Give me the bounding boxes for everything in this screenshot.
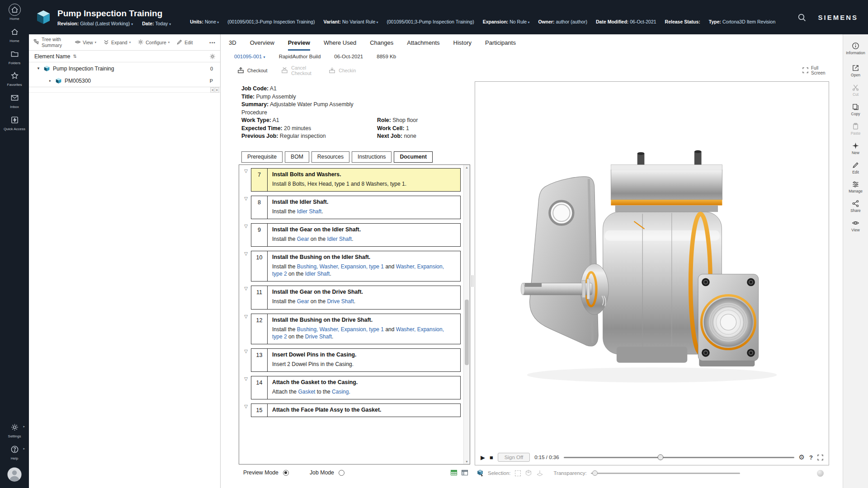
part-link[interactable]: Gear — [297, 298, 309, 305]
rail-item-share[interactable]: Share — [843, 197, 868, 216]
doc-tab-document[interactable]: Document — [394, 151, 433, 163]
scroll-right-icon[interactable]: ▸ — [215, 87, 219, 93]
step-marker-icon[interactable]: ▽ — [241, 404, 251, 417]
part-link[interactable]: Drive Shaft — [327, 298, 354, 305]
step-marker-icon[interactable]: ▽ — [241, 168, 251, 192]
play-button[interactable]: ▶ — [481, 454, 485, 461]
tree-toolbar-overflow[interactable]: ••• — [209, 40, 216, 45]
part-link[interactable]: Idler Shaft — [297, 208, 322, 215]
tree-row-root[interactable]: ▼ Pump Inspection Training 0 — [29, 62, 220, 75]
checkout-button[interactable]: Checkout — [237, 66, 267, 75]
stop-button[interactable]: ■ — [490, 454, 493, 461]
part-link[interactable]: Idler Shaft — [305, 271, 330, 277]
dataset-link[interactable]: 001095-001 ▾ — [234, 54, 265, 59]
steps-scrollbar[interactable]: ▲ ▼ — [463, 165, 470, 465]
scrollbar-thumb[interactable] — [465, 300, 469, 366]
step-box[interactable]: 8Install the Idler Shaft.Install the Idl… — [251, 196, 461, 219]
pump-3d-model[interactable] — [496, 134, 807, 398]
rail-item-copy[interactable]: Copy — [843, 100, 868, 119]
tree-toolbar-expand[interactable]: Expand▾ — [103, 39, 131, 46]
step-marker-icon[interactable]: ▽ — [241, 376, 251, 399]
tab-preview[interactable]: Preview — [288, 39, 310, 51]
sidebar-item-folders[interactable]: Folders — [0, 46, 29, 68]
part-link[interactable]: Gear — [297, 236, 309, 242]
report-window-icon[interactable] — [461, 469, 468, 476]
rail-item-view[interactable]: View — [843, 216, 868, 235]
step-box[interactable]: 12Install the Bushing on the Drive Shaft… — [251, 314, 461, 344]
rail-item-manage[interactable]: Manage — [843, 177, 868, 197]
tab-history[interactable]: History — [453, 39, 472, 51]
search-icon[interactable] — [797, 13, 806, 22]
column-settings-gear-icon[interactable] — [209, 53, 216, 60]
part-link[interactable]: Casing — [332, 389, 349, 395]
job-mode-radio[interactable] — [339, 470, 344, 476]
sidebar-item-inbox[interactable]: Inbox — [0, 90, 29, 112]
step-marker-icon[interactable]: ▽ — [241, 286, 251, 309]
doc-tab-instructions[interactable]: Instructions — [352, 151, 392, 163]
step-marker-icon[interactable]: ▽ — [241, 223, 251, 247]
viewer-fullscreen-icon[interactable] — [817, 455, 823, 460]
transparency-thumb[interactable] — [592, 470, 598, 476]
sidebar-item-help[interactable]: ▸ Help — [0, 441, 29, 464]
user-avatar[interactable] — [7, 467, 22, 482]
tree-row-child[interactable]: ▸ PM005300 P — [29, 75, 220, 87]
tab-where-used[interactable]: Where Used — [324, 39, 356, 51]
step-marker-icon[interactable]: ▽ — [241, 314, 251, 344]
tree-toolbar-configure[interactable]: Configure▾ — [137, 39, 170, 46]
tab-overview[interactable]: Overview — [250, 39, 274, 51]
player-progress-thumb[interactable] — [657, 455, 663, 460]
rail-item-open[interactable]: Open — [843, 61, 868, 80]
expander-right-icon[interactable]: ▸ — [47, 79, 53, 83]
sidebar-item-settings[interactable]: ▸ Settings — [0, 419, 29, 441]
sidebar-item-favorites[interactable]: Favorites — [0, 68, 29, 90]
step-marker-icon[interactable]: ▽ — [241, 196, 251, 219]
preview-mode-radio[interactable] — [283, 470, 289, 476]
step-box[interactable]: 10Install the Bushing on the Idler Shaft… — [251, 251, 461, 282]
part-link[interactable]: Bushing, Washer, Expansion, type 1 — [297, 263, 384, 270]
scroll-down-icon[interactable]: ▼ — [464, 460, 470, 463]
tab-changes[interactable]: Changes — [370, 39, 393, 51]
step-box[interactable]: 9Install the Gear on the Idler Shaft.Ins… — [251, 223, 461, 247]
tree-toolbar-pencil[interactable]: Edit — [176, 39, 193, 46]
tab-3d[interactable]: 3D — [229, 39, 236, 51]
splitter-grip[interactable] — [472, 275, 473, 287]
step-marker-icon[interactable]: ▽ — [241, 251, 251, 282]
header-field-0[interactable]: Units: None ▾ — [190, 19, 219, 24]
sidebar-item-home-top[interactable]: Home — [0, 0, 29, 24]
scroll-left-icon[interactable]: ◂ — [210, 87, 215, 93]
panel-splitter[interactable] — [470, 81, 475, 481]
part-link[interactable]: Bushing, Washer, Expansion, type 1 — [297, 326, 384, 333]
part-link[interactable]: Drive Shaft — [305, 333, 332, 340]
viewer-help-icon[interactable]: ? — [809, 454, 813, 461]
expander-down-icon[interactable]: ▼ — [35, 66, 42, 70]
date-selector[interactable]: Date: Today ▾ — [142, 21, 171, 26]
viewer-settings-gear-icon[interactable]: ⚙ — [799, 453, 805, 461]
sidebar-item-home[interactable]: Home — [0, 24, 29, 46]
header-field-4[interactable]: Expansion: No Rule ▾ — [483, 19, 530, 24]
tree-toolbar-tree[interactable]: Tree with Summary — [33, 37, 68, 47]
transparency-slider[interactable] — [591, 473, 740, 474]
rail-item-information[interactable]: Information — [843, 39, 868, 58]
select-part-icon[interactable] — [476, 469, 484, 477]
revision-selector[interactable]: Revision: Global (Latest Working) ▾ — [57, 21, 133, 26]
sort-icon[interactable]: ⇅ — [73, 54, 76, 59]
step-box[interactable]: 7Install Bolts and Washers.Install 8 Bol… — [251, 168, 461, 192]
scroll-up-icon[interactable]: ▲ — [464, 166, 470, 169]
step-box[interactable]: 11Install the Gear on the Drive Shaft.In… — [251, 286, 461, 309]
doc-tab-bom[interactable]: BOM — [285, 151, 309, 163]
rail-item-edit[interactable]: Edit — [843, 158, 868, 178]
sidebar-item-quick-access[interactable]: Quick Access — [0, 112, 29, 134]
3d-canvas[interactable] — [475, 82, 829, 450]
element-name-header[interactable]: Element Name ⇅ — [29, 51, 220, 62]
step-box[interactable]: 13Insert Dowel Pins in the Casing.Insert… — [251, 348, 461, 372]
step-box[interactable]: 15Attach the Face Plate Assy to the Gask… — [251, 404, 461, 417]
header-field-2[interactable]: Variant: No Variant Rule ▾ — [323, 19, 378, 24]
tree-horizontal-scrollbar[interactable]: ◂▸ — [29, 87, 220, 93]
part-link[interactable]: Idler Shaft — [327, 236, 352, 242]
export-table-icon[interactable] — [450, 469, 458, 476]
doc-tab-resources[interactable]: Resources — [311, 151, 349, 163]
tab-attachments[interactable]: Attachments — [407, 39, 439, 51]
player-seekbar[interactable] — [564, 457, 794, 458]
step-marker-icon[interactable]: ▽ — [241, 348, 251, 372]
tab-participants[interactable]: Participants — [485, 39, 516, 51]
